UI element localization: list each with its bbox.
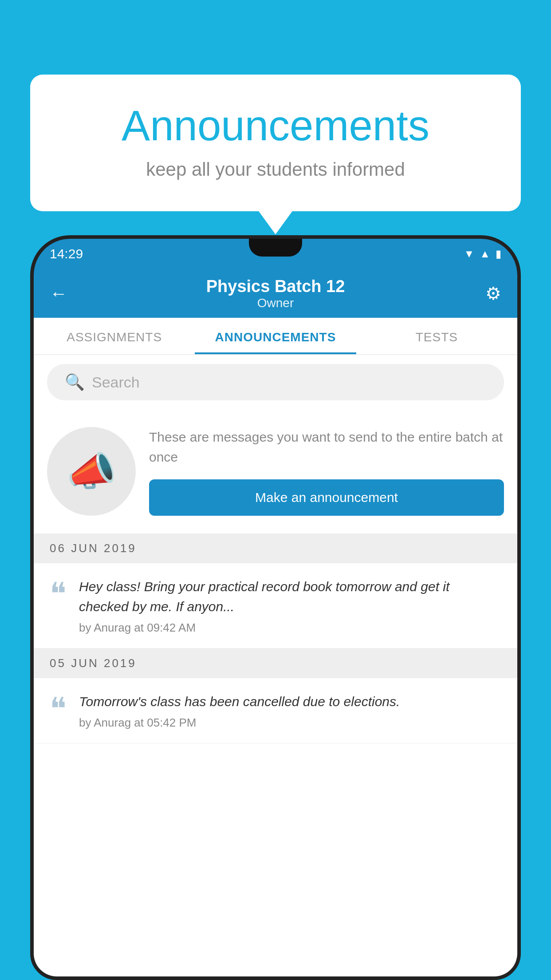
announcement-item-1[interactable]: ❝ Hey class! Bring your practical record… [34,563,517,648]
megaphone-circle: 📣 [47,427,136,516]
announcement-content-1: Hey class! Bring your practical record b… [79,577,501,635]
date-divider-1: 06 JUN 2019 [34,533,517,563]
battery-icon: ▮ [496,248,501,260]
tab-assignments[interactable]: ASSIGNMENTS [34,318,195,354]
announcement-right: These are messages you want to send to t… [149,427,504,516]
announcement-text-2: Tomorrow's class has been cancelled due … [79,692,501,711]
header-title: Physics Batch 12 [206,277,345,296]
announcement-content-2: Tomorrow's class has been cancelled due … [79,692,501,730]
search-input[interactable]: 🔍 Search [47,364,504,400]
quote-icon-1: ❝ [50,578,67,609]
make-announcement-button[interactable]: Make an announcement [149,479,504,516]
gear-icon[interactable]: ⚙ [475,283,501,304]
announcement-description: These are messages you want to send to t… [149,427,504,467]
announcement-meta-1: by Anurag at 09:42 AM [79,621,501,635]
megaphone-icon: 📣 [67,448,116,495]
speech-bubble-card: Announcements keep all your students inf… [30,75,521,211]
back-button[interactable]: ← [50,284,76,304]
status-icons: ▼ ▲ ▮ [464,248,501,260]
status-time: 14:29 [50,246,83,261]
announcement-item-2[interactable]: ❝ Tomorrow's class has been cancelled du… [34,678,517,743]
phone-frame: 14:29 ▼ ▲ ▮ ← Physics Batch 12 Owner ⚙ A… [30,235,521,980]
signal-icon: ▲ [480,248,490,260]
date-divider-2: 05 JUN 2019 [34,648,517,678]
header-title-group: Physics Batch 12 Owner [206,277,345,310]
search-icon: 🔍 [65,373,85,391]
announcement-meta-2: by Anurag at 05:42 PM [79,716,501,730]
announcement-prompt: 📣 These are messages you want to send to… [34,409,517,533]
header-subtitle: Owner [206,296,345,310]
app-header: ← Physics Batch 12 Owner ⚙ [34,269,517,318]
wifi-icon: ▼ [464,248,474,260]
status-bar: 14:29 ▼ ▲ ▮ [34,239,517,269]
tab-announcements[interactable]: ANNOUNCEMENTS [195,318,356,354]
phone-content: 🔍 Search 📣 These are messages you want t… [34,355,517,980]
bubble-title: Announcements [66,101,485,150]
search-bar-container: 🔍 Search [34,355,517,409]
search-placeholder: Search [92,374,140,391]
bubble-subtitle: keep all your students informed [66,159,485,180]
quote-icon-2: ❝ [50,693,67,724]
tab-tests[interactable]: TESTS [356,318,517,354]
phone-notch [249,239,302,257]
announcement-text-1: Hey class! Bring your practical record b… [79,577,501,616]
tab-bar: ASSIGNMENTS ANNOUNCEMENTS TESTS [34,318,517,355]
